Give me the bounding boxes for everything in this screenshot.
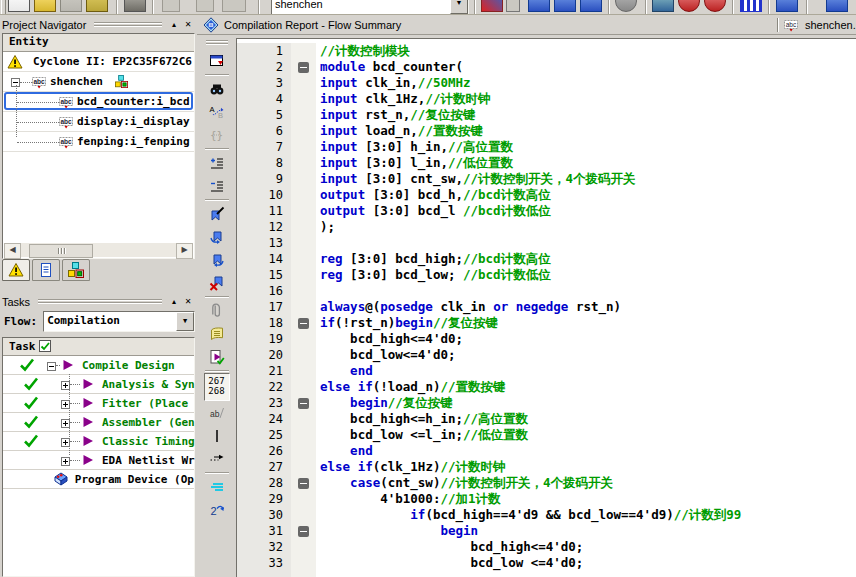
code-text[interactable]: else if(!load_n)//置数按键: [316, 379, 856, 395]
decrease-indent-button[interactable]: [204, 174, 230, 197]
panel-grip[interactable]: [38, 299, 162, 305]
fold-collapse-icon[interactable]: [298, 62, 309, 73]
toolbar-icon-partial[interactable]: [162, 0, 180, 12]
toolbar-icon-partial[interactable]: [740, 0, 762, 12]
toolbar-icon-partial[interactable]: [196, 0, 214, 12]
insert-template-button[interactable]: [204, 49, 230, 72]
code-text[interactable]: if(!rst_n)begin//复位按键: [316, 315, 856, 331]
toolbar-icon-partial[interactable]: [554, 0, 576, 12]
scroll-left-icon[interactable]: ◀: [4, 243, 21, 259]
goto-line-button[interactable]: [204, 447, 230, 470]
scrollbar-thumb[interactable]: [29, 244, 93, 258]
align-text-button[interactable]: [204, 475, 230, 498]
code-text[interactable]: input clk_1Hz,//计数时钟: [316, 91, 856, 107]
code-text[interactable]: output [3:0] bcd_h,//bcd计数高位: [316, 187, 856, 203]
tree-row-fenping-i-fenping[interactable]: abcfenping:i_fenping: [3, 132, 194, 152]
save-icon[interactable]: [60, 0, 82, 12]
code-template-button[interactable]: [204, 322, 230, 345]
code-text[interactable]: bcd_low <=4'd0;: [316, 555, 856, 571]
code-text[interactable]: module bcd_counter(: [316, 59, 856, 75]
toolbar-icon-partial[interactable]: [506, 0, 520, 12]
panel-grip[interactable]: [94, 22, 162, 28]
code-text[interactable]: input [3:0] cnt_sw,//计数控制开关，4个拨码开关: [316, 171, 856, 187]
toolbar-icon-partial[interactable]: [826, 0, 848, 12]
next-bookmark-button[interactable]: [204, 225, 230, 248]
code-text[interactable]: );: [316, 219, 856, 235]
tree-row-display-i-display[interactable]: abcdisplay:i_display: [3, 112, 194, 132]
toolbar-icon-partial[interactable]: [704, 0, 726, 12]
previous-bookmark-button[interactable]: [204, 248, 230, 271]
code-text[interactable]: case(cnt_sw)//计数控制开关，4个拨码开关: [316, 475, 856, 491]
task-row-assembler-gen[interactable]: Assembler (Gen: [3, 413, 194, 432]
code-text[interactable]: else if(clk_1Hz)//计数时钟: [316, 459, 856, 475]
task-row-analysis-syn[interactable]: Analysis & Syn: [3, 375, 194, 394]
column-marker-button[interactable]: [204, 424, 230, 447]
code-text[interactable]: reg [3:0] bcd_high;//bcd计数高位: [316, 251, 856, 267]
toolbar-icon-partial[interactable]: [615, 0, 637, 12]
toggle-bookmark-button[interactable]: [204, 202, 230, 225]
fold-collapse-icon[interactable]: [298, 478, 309, 489]
task-row-program-device-op[interactable]: Program Device (Op: [3, 470, 194, 489]
panel-close-icon[interactable]: ✕: [181, 19, 195, 31]
tree-row-shenchen[interactable]: abcshenchen: [3, 72, 194, 92]
code-text[interactable]: input [3:0] h_in,//高位置数: [316, 139, 856, 155]
task-row-fitter-place[interactable]: Fitter (Place: [3, 394, 194, 413]
task-row-classic-timing[interactable]: Classic Timing: [3, 432, 194, 451]
code-text[interactable]: begin//复位按键: [316, 395, 856, 411]
code-text[interactable]: 4'b1000://加1计数: [316, 491, 856, 507]
print-icon[interactable]: [124, 0, 146, 12]
find-button[interactable]: [204, 77, 230, 100]
tab-compilation-report[interactable]: Compilation Report - Flow Summary: [197, 16, 407, 34]
toolbar-icon-partial[interactable]: [86, 0, 108, 12]
panel-collapse-icon[interactable]: ▴: [167, 296, 181, 308]
scroll-right-icon[interactable]: ▶: [176, 243, 193, 259]
toolbar-icon-partial[interactable]: [652, 0, 674, 12]
project-combobox[interactable]: shenchen ▼: [271, 0, 469, 15]
convert-number-button[interactable]: 2: [204, 498, 230, 521]
code-editor[interactable]: 1//计数控制模块2module bcd_counter(3input clk_…: [236, 38, 856, 577]
tab-shenchen[interactable]: abc shenchen.: [778, 16, 856, 34]
expand-icon[interactable]: [47, 361, 56, 370]
code-text[interactable]: [316, 283, 856, 299]
toolbar-icon-partial[interactable]: [580, 0, 602, 12]
find-replace-button[interactable]: AB: [204, 100, 230, 123]
combobox-dropdown-icon[interactable]: ▼: [450, 0, 468, 14]
toolbar-grip[interactable]: [1, 0, 6, 15]
code-text[interactable]: input load_n,//置数按键: [316, 123, 856, 139]
code-text[interactable]: bcd_high<=4'd0;: [316, 539, 856, 555]
toolbar-icon-partial[interactable]: [481, 0, 503, 12]
fold-collapse-icon[interactable]: [298, 398, 309, 409]
fold-collapse-icon[interactable]: [298, 318, 309, 329]
code-text[interactable]: input clk_in,//50MHz: [316, 75, 856, 91]
code-text[interactable]: //计数控制模块: [316, 43, 856, 59]
code-text[interactable]: output [3:0] bcd_l //bcd计数低位: [316, 203, 856, 219]
navigator-tab-warning[interactable]: [2, 259, 30, 281]
match-braces-button[interactable]: {}: [204, 123, 230, 146]
task-row-eda-netlist-wr[interactable]: EDA Netlist Wr: [3, 451, 194, 470]
new-file-icon[interactable]: [8, 0, 30, 12]
task-row-compile-design[interactable]: Compile Design: [3, 356, 194, 375]
fold-collapse-icon[interactable]: [298, 526, 309, 537]
horizontal-scrollbar[interactable]: ◀ ▶: [4, 243, 193, 257]
code-text[interactable]: if(bcd_high==4'd9 && bcd_low==4'd9)//计数到…: [316, 507, 856, 523]
code-text[interactable]: begin: [316, 523, 856, 539]
flow-combobox[interactable]: Compilation ▼: [43, 311, 195, 332]
paperclip-button[interactable]: [204, 299, 230, 322]
tree-row-bcd-counter-i-bcd[interactable]: abcbcd_counter:i_bcd: [3, 92, 194, 112]
toolbar-icon-partial[interactable]: [776, 0, 798, 12]
code-text[interactable]: bcd_high<=4'd0;: [316, 331, 856, 347]
code-text[interactable]: end: [316, 363, 856, 379]
code-text[interactable]: bcd_low<=4'd0;: [316, 347, 856, 363]
navigator-tab-files[interactable]: [32, 259, 60, 281]
navigator-tab-hierarchy[interactable]: [62, 259, 90, 281]
code-text[interactable]: reg [3:0] bcd_low; //bcd计数低位: [316, 267, 856, 283]
code-text[interactable]: [316, 235, 856, 251]
code-text[interactable]: input rst_n,//复位按键: [316, 107, 856, 123]
code-text[interactable]: end: [316, 443, 856, 459]
code-text[interactable]: always@(posedge clk_in or negedge rst_n): [316, 299, 856, 315]
toolbar-icon-partial[interactable]: [528, 0, 550, 12]
word-wrap-button[interactable]: ab: [204, 401, 230, 424]
tree-row-cyclone-ii-ep2c35f672c6[interactable]: Cyclone II: EP2C35F672C6: [3, 52, 194, 72]
combobox-dropdown-icon[interactable]: ▼: [176, 312, 194, 331]
task-checkbox-icon[interactable]: [39, 340, 52, 353]
